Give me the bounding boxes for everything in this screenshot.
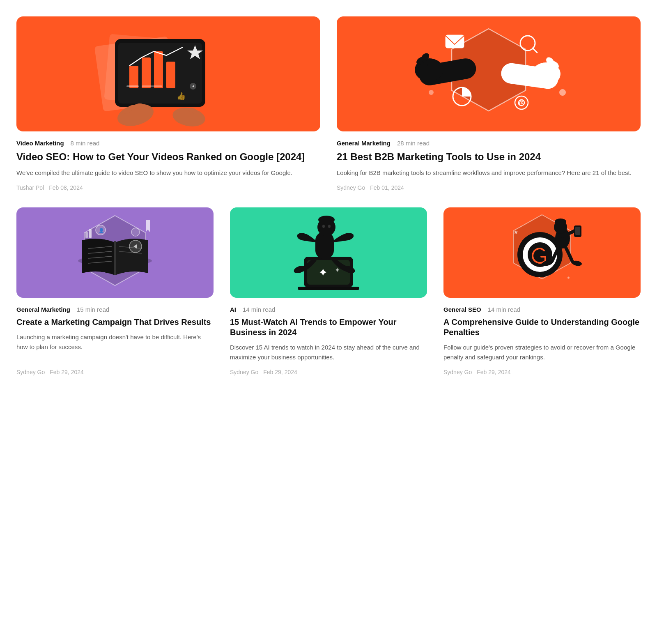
svg-text:★: ★: [513, 229, 519, 235]
card-meta-ai: AI 14 min read: [230, 306, 427, 313]
svg-text:@: @: [518, 99, 524, 106]
title-seo: A Comprehensive Guide to Understanding G…: [443, 317, 641, 338]
svg-rect-9: [126, 85, 139, 87]
svg-point-66: [318, 216, 335, 224]
svg-rect-63: [298, 287, 359, 290]
author-row-b2b: Sydney Go Feb 01, 2024: [337, 184, 641, 191]
desc-marketing: Launching a marketing campaign doesn't h…: [16, 332, 214, 352]
desc-ai: Discover 15 AI trends to watch in 2024 t…: [230, 343, 427, 362]
author-row-ai: Sydney Go Feb 29, 2024: [230, 369, 427, 375]
svg-text:★: ★: [567, 276, 570, 280]
svg-point-68: [328, 225, 331, 228]
title-ai: 15 Must-Watch AI Trends to Empower Your …: [230, 317, 427, 338]
date-ai: Feb 29, 2024: [263, 369, 297, 375]
category-seo: General SEO: [443, 306, 481, 313]
title-video-seo: Video SEO: How to Get Your Videos Ranked…: [16, 151, 320, 163]
desc-b2b: Looking for B2B marketing tools to strea…: [337, 168, 641, 178]
svg-point-67: [322, 225, 325, 228]
card-meta-seo: General SEO 14 min read: [443, 306, 641, 313]
svg-point-77: [555, 218, 566, 225]
svg-rect-57: [85, 232, 88, 238]
category-video-seo: Video Marketing: [16, 140, 64, 147]
author-row-video-seo: Tushar Pol Feb 08, 2024: [16, 184, 320, 191]
read-time-marketing: 15 min read: [77, 306, 109, 313]
author-ai: Sydney Go: [230, 369, 258, 375]
author-row-seo: Sydney Go Feb 29, 2024: [443, 369, 641, 375]
card-image-seo: ★ ★: [443, 207, 641, 298]
svg-rect-44: [114, 241, 116, 275]
category-ai: AI: [230, 306, 236, 313]
date-b2b: Feb 01, 2024: [370, 184, 404, 191]
row-three: 👤 General Marketing 15 min read Create a…: [16, 207, 641, 375]
svg-rect-6: [154, 51, 163, 88]
svg-marker-56: [146, 220, 150, 232]
svg-rect-5: [142, 58, 151, 88]
svg-rect-7: [166, 62, 175, 88]
read-time-seo: 14 min read: [488, 306, 520, 313]
card-video-seo[interactable]: 👍 Video Marketing 8 min read Video SEO: …: [16, 16, 320, 191]
card-image-video-seo: 👍: [16, 16, 320, 131]
card-meta-video-seo: Video Marketing 8 min read: [16, 140, 320, 147]
title-marketing: Create a Marketing Campaign That Drives …: [16, 317, 214, 327]
svg-rect-33: [446, 35, 464, 48]
svg-point-40: [559, 89, 566, 96]
author-b2b: Sydney Go: [337, 184, 365, 191]
svg-text:✦: ✦: [318, 266, 328, 279]
card-image-b2b: @: [337, 16, 641, 131]
card-ai-trends[interactable]: ✦ ✦: [230, 207, 427, 375]
svg-point-55: [131, 228, 140, 236]
svg-rect-4: [129, 66, 138, 88]
date-video-seo: Feb 08, 2024: [49, 184, 83, 191]
card-image-marketing: 👤: [16, 207, 214, 298]
author-video-seo: Tushar Pol: [16, 184, 44, 191]
svg-point-32: [515, 74, 533, 80]
desc-video-seo: We've compiled the ultimate guide to vid…: [16, 168, 320, 178]
author-marketing: Sydney Go: [16, 369, 45, 375]
date-seo: Feb 29, 2024: [477, 369, 511, 375]
svg-line-35: [533, 48, 537, 53]
read-time-ai: 14 min read: [243, 306, 275, 313]
category-marketing: General Marketing: [16, 306, 70, 313]
row-two: 👍 Video Marketing 8 min read Video SEO: …: [16, 16, 641, 191]
svg-point-41: [429, 90, 434, 95]
category-b2b: General Marketing: [337, 140, 391, 147]
date-marketing: Feb 29, 2024: [50, 369, 84, 375]
title-b2b: 21 Best B2B Marketing Tools to Use in 20…: [337, 151, 641, 163]
author-seo: Sydney Go: [443, 369, 472, 375]
author-row-marketing: Sydney Go Feb 29, 2024: [16, 369, 214, 375]
svg-rect-64: [315, 232, 334, 259]
read-time-video-seo: 8 min read: [71, 140, 100, 147]
blog-grid: 👍 Video Marketing 8 min read Video SEO: …: [16, 16, 641, 375]
svg-rect-79: [575, 227, 580, 235]
svg-rect-10: [142, 85, 162, 87]
card-google-penalties[interactable]: ★ ★ General SEO 14 min read A Comprehens…: [443, 207, 641, 375]
svg-text:👍: 👍: [177, 92, 186, 101]
card-meta-marketing: General Marketing 15 min read: [16, 306, 214, 313]
card-meta-b2b: General Marketing 28 min read: [337, 140, 641, 147]
card-b2b-tools[interactable]: @ General Marketing 28 min read 21 Best …: [337, 16, 641, 191]
card-marketing-campaign[interactable]: 👤 General Marketing 15 min read Create a…: [16, 207, 214, 375]
card-image-ai: ✦ ✦: [230, 207, 427, 298]
svg-rect-58: [89, 229, 92, 238]
desc-seo: Follow our guide's proven strategies to …: [443, 343, 641, 362]
svg-text:👤: 👤: [99, 228, 104, 233]
read-time-b2b: 28 min read: [397, 140, 430, 147]
